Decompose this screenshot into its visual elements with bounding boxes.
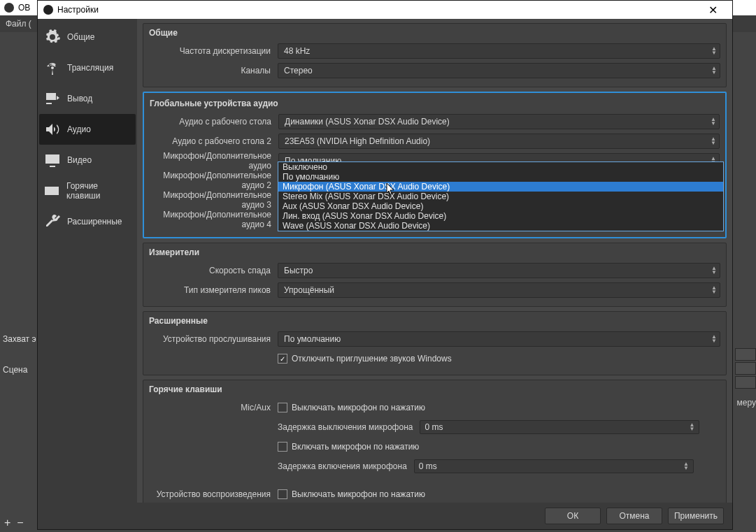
sidebar-item-label: Горячие клавиши: [66, 181, 131, 201]
sidebar-item-general[interactable]: Общие: [39, 22, 136, 52]
pb-ptt-mute-checkbox[interactable]: Выключать микрофон по нажатию: [278, 489, 720, 499]
updown-icon: ▲▼: [711, 335, 717, 343]
group-title: Расширенные: [149, 316, 720, 326]
updown-icon: ▲▼: [711, 286, 717, 294]
updown-icon: ▲▼: [711, 117, 716, 126]
updown-icon: ▲▼: [683, 462, 689, 470]
decay-rate-combo[interactable]: Быстро▲▼: [278, 263, 720, 278]
group-title: Измерители: [149, 247, 720, 257]
monitoring-device-combo[interactable]: По умолчанию▲▼: [278, 331, 720, 347]
mic-aux-1-label: Микрофон/Дополнительное аудио: [150, 151, 278, 171]
group-title: Глобальные устройства аудио: [150, 99, 720, 108]
dialog-footer: ОК Отмена Применить: [38, 503, 732, 529]
mute-delay-input[interactable]: 0 ms▲▼: [420, 420, 699, 434]
playback-device-section-label: Устройство воспроизведения: [149, 489, 278, 499]
ptt-mute-checkbox[interactable]: Выключать микрофон по нажатию: [278, 403, 720, 412]
dialog-titlebar[interactable]: Настройки ✕: [38, 1, 732, 19]
apply-button[interactable]: Применить: [668, 508, 724, 524]
dropdown-option[interactable]: Aux (ASUS Xonar DSX Audio Device): [278, 201, 723, 211]
mic-aux-4-label: Микрофон/Дополнительное аудио 4: [150, 210, 278, 229]
sidebar-item-advanced[interactable]: Расширенные: [39, 206, 136, 237]
updown-icon: ▲▼: [711, 266, 717, 275]
group-hotkeys: Горячие клавиши Mic/Aux Выключать микроф…: [143, 380, 727, 503]
checkbox-icon: [278, 403, 287, 412]
unmute-delay-input[interactable]: 0 ms▲▼: [414, 459, 694, 473]
menu-file[interactable]: Файл (: [6, 19, 31, 29]
obs-logo-icon: [4, 3, 14, 13]
desktop-audio-2-label: Аудио с рабочего стола 2: [150, 136, 278, 146]
sidebar-item-label: Общие: [67, 32, 94, 42]
right-btn-1[interactable]: [735, 348, 756, 361]
updown-icon: ▲▼: [711, 47, 717, 55]
settings-sidebar: Общие Трансляция Вывод Аудио Видео Горяч…: [38, 19, 137, 503]
sample-rate-combo[interactable]: 48 kHz▲▼: [278, 43, 720, 59]
checkbox-icon: [278, 489, 287, 499]
sidebar-item-label: Расширенные: [67, 217, 122, 227]
ok-button[interactable]: ОК: [545, 508, 601, 524]
group-advanced: Расширенные Устройство прослушиванияПо у…: [143, 311, 727, 375]
peak-meter-combo[interactable]: Упрощённый▲▼: [278, 282, 720, 298]
channels-label: Каналы: [149, 66, 278, 76]
main-title: OB: [18, 3, 30, 13]
decay-rate-label: Скорость спада: [149, 266, 278, 275]
tools-icon: [43, 213, 62, 231]
dropdown-option[interactable]: Микрофон (ASUS Xonar DSX Audio Device): [278, 182, 723, 192]
updown-icon: ▲▼: [711, 137, 716, 145]
dropdown-option[interactable]: По умолчанию: [278, 172, 723, 182]
sidebar-item-stream[interactable]: Трансляция: [39, 52, 136, 83]
settings-content: Общие Частота дискретизации 48 kHz▲▼ Кан…: [137, 19, 732, 503]
mic-aux-dropdown-list[interactable]: Выключено По умолчанию Микрофон (ASUS Xo…: [278, 161, 724, 231]
sidebar-item-label: Трансляция: [67, 63, 113, 73]
checkbox-icon: [278, 442, 287, 452]
dropdown-option[interactable]: Stereo Mix (ASUS Xonar DSX Audio Device): [278, 192, 723, 201]
sample-rate-label: Частота дискретизации: [149, 46, 278, 56]
dropdown-option[interactable]: Лин. вход (ASUS Xonar DSX Audio Device): [278, 211, 723, 221]
micaux-section-label: Mic/Aux: [149, 403, 278, 412]
settings-dialog: Настройки ✕ Общие Трансляция Вывод Аудио: [37, 0, 733, 530]
sidebar-item-label: Аудио: [67, 124, 91, 134]
sidebar-item-audio[interactable]: Аудио: [39, 114, 136, 145]
right-panel-buttons: [735, 348, 756, 389]
dropdown-option[interactable]: Wave (ASUS Xonar DSX Audio Device): [278, 221, 723, 231]
dropdown-option[interactable]: Выключено: [278, 162, 723, 172]
sidebar-item-label: Видео: [67, 155, 92, 165]
group-title: Горячие клавиши: [149, 384, 720, 394]
add-remove-buttons[interactable]: + −: [4, 517, 24, 529]
sidebar-item-video[interactable]: Видео: [39, 145, 136, 175]
unmute-delay-label: Задержка включения микрофона: [278, 461, 407, 471]
dialog-title: Настройки: [57, 5, 699, 15]
monitor-icon: [43, 151, 62, 169]
right-btn-3[interactable]: [735, 376, 756, 389]
monitoring-device-label: Устройство прослушивания: [149, 334, 278, 344]
group-meters: Измерители Скорость спадаБыстро▲▼ Тип из…: [143, 243, 727, 307]
disable-ducking-checkbox[interactable]: Отключить приглушение звуков Windows: [278, 354, 720, 364]
mute-delay-label: Задержка выключения микрофона: [278, 422, 413, 432]
channels-combo[interactable]: Стерео▲▼: [278, 63, 720, 78]
peak-meter-label: Тип измерителя пиков: [149, 285, 278, 295]
desktop-audio-1-combo[interactable]: Динамики (ASUS Xonar DSX Audio Device)▲▼: [278, 114, 720, 129]
updown-icon: ▲▼: [711, 66, 717, 75]
right-truncated-text: меру: [737, 398, 756, 408]
checkbox-icon: [278, 354, 287, 364]
scene-label[interactable]: Сцена: [3, 365, 27, 375]
updown-icon: ▲▼: [690, 423, 695, 431]
ptt-unmute-checkbox[interactable]: Включать микрофон по нажатию: [278, 442, 720, 452]
close-button[interactable]: ✕: [699, 3, 727, 17]
cancel-button[interactable]: Отмена: [606, 508, 662, 524]
gear-icon: [43, 28, 62, 46]
sidebar-item-output[interactable]: Вывод: [39, 83, 136, 114]
mic-aux-2-label: Микрофон/Дополнительное аудио 2: [150, 171, 278, 190]
group-title: Общие: [149, 28, 720, 38]
sidebar-item-hotkeys[interactable]: Горячие клавиши: [39, 175, 136, 206]
keyboard-icon: [43, 182, 61, 200]
desktop-audio-1-label: Аудио с рабочего стола: [150, 117, 278, 127]
group-general: Общие Частота дискретизации 48 kHz▲▼ Кан…: [143, 23, 727, 87]
sidebar-item-label: Вывод: [67, 94, 92, 103]
mic-aux-3-label: Микрофон/Дополнительное аудио 3: [150, 190, 278, 210]
right-btn-2[interactable]: [735, 362, 756, 375]
antenna-icon: [43, 59, 62, 77]
obs-logo-icon: [43, 5, 53, 15]
desktop-audio-2-combo[interactable]: 23EA53 (NVIDIA High Definition Audio)▲▼: [278, 134, 720, 149]
output-icon: [43, 89, 62, 108]
capture-label: Захват э: [3, 334, 36, 344]
